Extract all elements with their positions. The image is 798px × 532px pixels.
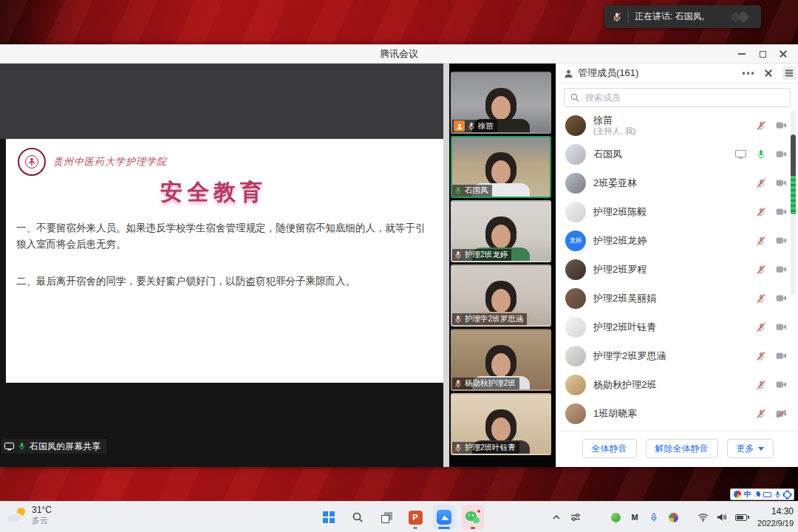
scrollbar-track[interactable] xyxy=(791,111,796,296)
search-input[interactable] xyxy=(584,92,784,103)
member-row[interactable]: 龙婷 护理2班龙婷 xyxy=(556,226,798,255)
weather-widget[interactable]: 31°C 多云 xyxy=(7,505,52,526)
mute-all-button[interactable]: 全体静音 xyxy=(582,439,637,458)
camera-icon[interactable] xyxy=(776,236,787,245)
mic-active-icon[interactable] xyxy=(756,149,766,160)
member-name: 徐苗 xyxy=(593,115,635,126)
camera-icon[interactable] xyxy=(776,179,787,187)
speaking-banner[interactable]: 正在讲话: 石国凤, xyxy=(604,5,761,28)
date: 2022/9/19 xyxy=(757,518,794,528)
member-row[interactable]: 杨勋秋护理2班 xyxy=(556,370,798,399)
more-menu-icon[interactable] xyxy=(747,72,750,75)
voice-tray-icon[interactable] xyxy=(648,511,660,523)
video-thumbnail[interactable]: 石国凤 xyxy=(451,136,551,198)
camera-icon[interactable] xyxy=(776,150,787,158)
member-row[interactable]: 护理学2班罗思涵 xyxy=(556,341,798,370)
panel-header: 管理成员(161) xyxy=(556,64,798,83)
camera-icon[interactable] xyxy=(776,294,787,302)
mic-muted-icon[interactable] xyxy=(756,351,766,361)
volume-icon[interactable] xyxy=(716,511,728,523)
collapse-panel-icon[interactable] xyxy=(782,66,796,80)
mic-muted-icon[interactable] xyxy=(756,236,766,246)
camera-icon[interactable] xyxy=(776,381,787,389)
camera-icon[interactable] xyxy=(776,121,787,129)
member-row[interactable]: 护理2班叶钰青 xyxy=(556,313,798,341)
quick-settings-icon[interactable] xyxy=(570,511,582,523)
ime-settings-icon[interactable] xyxy=(784,491,791,498)
mic-muted-icon[interactable] xyxy=(756,120,766,131)
member-controls xyxy=(756,236,787,246)
member-name: 护理2班龙婷 xyxy=(593,235,647,247)
battery-icon[interactable] xyxy=(735,511,747,523)
member-info: 护理2班吴丽娟 xyxy=(593,293,656,304)
chevron-down-icon xyxy=(758,447,764,451)
clock[interactable]: 14:30 2022/9/19 xyxy=(757,506,794,528)
mic-muted-icon[interactable] xyxy=(756,178,766,188)
titlebar: 腾讯会议 xyxy=(0,44,798,64)
more-button[interactable]: 更多 xyxy=(727,439,774,458)
member-info: 护理2班陈毅 xyxy=(593,206,647,218)
mic-muted-icon[interactable] xyxy=(756,293,766,304)
members-icon xyxy=(564,69,573,78)
m-tray-icon[interactable]: M xyxy=(629,511,641,523)
mic-muted-icon[interactable] xyxy=(756,265,766,275)
ime-fullwidth-icon[interactable] xyxy=(754,491,760,497)
show-hidden-icons-chevron[interactable] xyxy=(550,511,562,523)
member-name: 护理2班叶钰青 xyxy=(593,321,656,333)
member-row[interactable]: 徐苗 (主持人, 我) xyxy=(556,111,798,140)
video-thumbnail[interactable]: 杨勋秋护理2班 xyxy=(451,329,551,391)
ime-mic-icon[interactable] xyxy=(774,491,781,499)
video-thumbnail[interactable]: 护理2班龙婷 xyxy=(451,200,551,262)
ime-logo-icon[interactable] xyxy=(734,491,741,498)
browser-tray-icon[interactable] xyxy=(667,511,679,523)
minimize-button[interactable] xyxy=(732,44,752,64)
camera-off-icon[interactable] xyxy=(776,409,787,418)
taskbar: 31°C 多云 P xyxy=(0,501,798,532)
member-row[interactable]: 石国凤 xyxy=(556,140,798,168)
member-row[interactable]: 护理2班吴丽娟 xyxy=(556,284,798,313)
close-button[interactable] xyxy=(773,44,794,64)
avatar xyxy=(565,115,586,136)
powerpoint-app-button[interactable]: P xyxy=(404,505,426,530)
member-row[interactable]: 护理2班罗程 xyxy=(556,255,798,284)
mic-muted-icon[interactable] xyxy=(756,409,766,419)
ime-keyboard-icon[interactable] xyxy=(763,492,771,497)
ime-language-icon[interactable]: 中 xyxy=(744,491,751,498)
member-row[interactable]: 2班晏亚林 xyxy=(556,168,798,197)
video-thumbnail[interactable]: 护理2班叶钰青 xyxy=(451,393,551,455)
slide-paragraph: 二、最后离开宿舍的同学，要关好窗户锁好门，以防盗窃犯罪分子乘隙而入。 xyxy=(16,273,427,290)
panel-close-icon[interactable] xyxy=(764,69,773,78)
member-row[interactable]: 护理2班陈毅 xyxy=(556,197,798,226)
start-button[interactable] xyxy=(318,505,340,530)
participant-name: 杨勋秋护理2班 xyxy=(465,378,516,389)
windows-logo-icon xyxy=(323,511,335,523)
avatar xyxy=(565,144,586,165)
screen-share-indicator: 石国凤的屏幕共享 xyxy=(1,439,106,454)
task-view-icon xyxy=(381,512,392,523)
mic-muted-icon[interactable] xyxy=(756,207,766,217)
school-logo-icon xyxy=(18,148,46,176)
weather-condition: 多云 xyxy=(32,516,52,526)
mic-muted-icon[interactable] xyxy=(756,380,766,390)
taskbar-search-button[interactable] xyxy=(347,505,369,530)
task-view-button[interactable] xyxy=(375,505,398,530)
wifi-icon[interactable] xyxy=(697,511,709,523)
mic-muted-icon[interactable] xyxy=(756,322,766,332)
search-box xyxy=(564,88,791,107)
splitter[interactable] xyxy=(443,64,449,467)
camera-icon[interactable] xyxy=(776,265,787,273)
antivirus-tray-icon[interactable] xyxy=(610,511,621,523)
scrollbar-thumb[interactable] xyxy=(791,134,796,214)
video-thumbnail[interactable]: 徐苗 xyxy=(451,72,551,134)
camera-icon[interactable] xyxy=(776,352,787,360)
maximize-button[interactable] xyxy=(752,44,773,64)
video-thumbnail[interactable]: 护理学2班罗思涵 xyxy=(451,265,551,327)
wechat-app-button[interactable] xyxy=(462,505,484,530)
tencent-meeting-app-button[interactable] xyxy=(433,505,455,530)
camera-icon[interactable] xyxy=(776,323,787,331)
unmute-all-button[interactable]: 解除全体静音 xyxy=(646,439,718,458)
member-row[interactable]: 1班胡晓寒 xyxy=(556,399,798,428)
camera-icon[interactable] xyxy=(776,208,787,216)
panel-footer: 全体静音 解除全体静音 更多 xyxy=(556,431,798,467)
taskbar-right: M 14:30 2022/9/19 xyxy=(550,502,794,532)
